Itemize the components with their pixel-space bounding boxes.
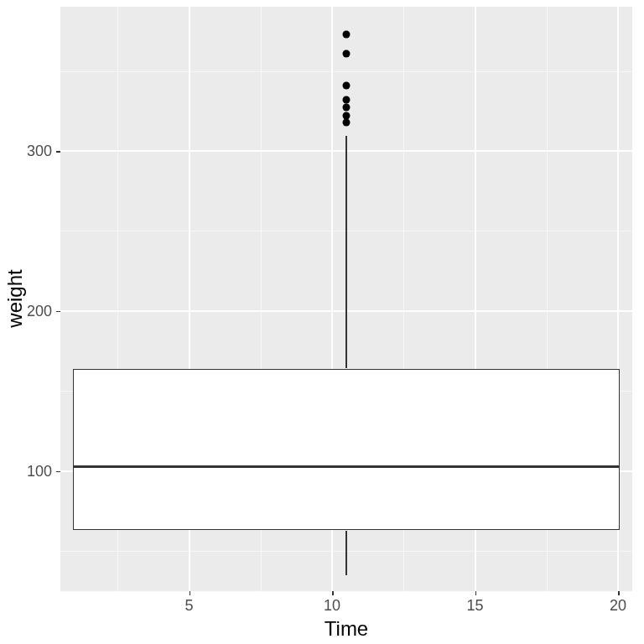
y-tick-label: 300 <box>27 143 52 160</box>
box <box>73 369 620 531</box>
x-tick-label: 20 <box>610 597 626 615</box>
upper-whisker <box>345 136 347 369</box>
lower-whisker <box>345 531 347 575</box>
tick-x <box>190 591 191 595</box>
y-tick-label: 100 <box>27 462 52 480</box>
tick-x <box>618 591 620 595</box>
tick-y <box>56 311 60 313</box>
outlier <box>342 30 350 38</box>
x-tick-label: 5 <box>184 597 193 615</box>
tick-y <box>56 151 60 153</box>
outlier <box>342 104 350 112</box>
tick-y <box>56 471 60 473</box>
outlier <box>342 112 350 119</box>
outlier <box>342 81 350 89</box>
x-tick-label: 10 <box>324 597 340 615</box>
x-tick-label: 15 <box>466 597 483 615</box>
tick-x <box>332 591 334 595</box>
tick-x <box>475 591 477 595</box>
outlier <box>342 118 350 126</box>
median-line <box>73 465 620 468</box>
y-axis-title: weight <box>3 269 27 327</box>
boxplot-chart: 100 200 300 5 10 15 20 weight Time <box>0 0 644 644</box>
y-tick-label: 200 <box>27 302 52 319</box>
outlier <box>342 49 350 57</box>
x-axis-title: Time <box>325 617 368 641</box>
outlier <box>342 96 350 103</box>
